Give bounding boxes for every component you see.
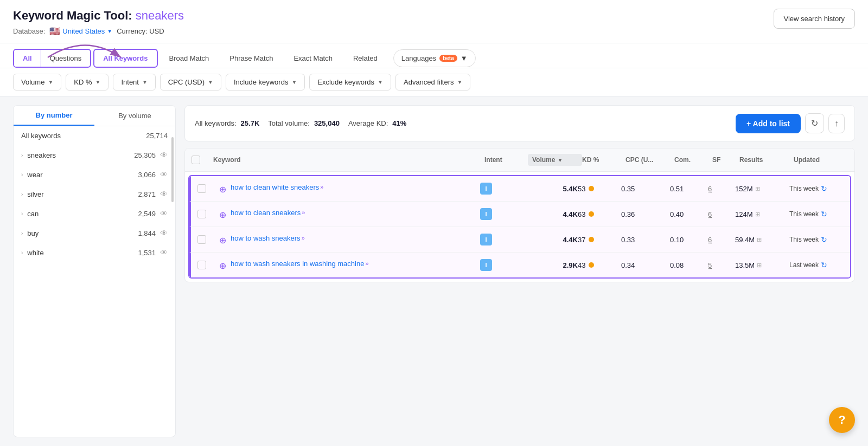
eye-icon[interactable]: 👁 — [160, 229, 168, 237]
cpc-cell: 0.34 — [621, 261, 670, 269]
refresh-icon[interactable]: ↻ — [821, 184, 827, 193]
filter-include-keywords[interactable]: Include keywords ▼ — [226, 74, 305, 91]
add-keyword-icon[interactable]: ⊕ — [219, 235, 226, 245]
updated-cell: This week ↻ — [789, 235, 844, 244]
export-button[interactable]: ↑ — [828, 114, 845, 133]
database-selector[interactable]: 🇺🇸 United States ▼ — [49, 26, 112, 36]
page-title: Keyword Magic Tool: sneakers — [13, 9, 184, 23]
tab-all[interactable]: All — [14, 50, 41, 67]
filter-intent[interactable]: Intent ▼ — [113, 74, 155, 91]
select-all-checkbox[interactable] — [192, 156, 213, 164]
list-item[interactable]: › white 1,531 👁 — [14, 243, 175, 262]
tab-questions[interactable]: Questions — [41, 50, 91, 67]
filter-exclude-keywords[interactable]: Exclude keywords ▼ — [309, 74, 391, 91]
tab-exact-match[interactable]: Exact Match — [284, 49, 342, 67]
add-keyword-icon[interactable]: ⊕ — [219, 184, 226, 195]
sidebar-tab-by-number[interactable]: By number — [14, 106, 94, 126]
flag-icon: 🇺🇸 — [49, 26, 60, 36]
chevron-right-icon: › — [21, 191, 23, 197]
row-checkbox[interactable] — [197, 261, 219, 269]
col-header-com: Com. — [674, 156, 712, 164]
sidebar-keyword-label: buy — [27, 229, 39, 237]
sidebar-item-right: 1,531 👁 — [138, 248, 168, 257]
sidebar-keyword-label: white — [27, 249, 43, 257]
help-button[interactable]: ? — [829, 407, 855, 433]
col-header-volume[interactable]: Volume ▼ — [528, 154, 582, 166]
filter-advanced-label: Advanced filters — [404, 78, 454, 86]
eye-icon[interactable]: 👁 — [160, 170, 168, 179]
filter-cpc[interactable]: CPC (USD) ▼ — [160, 74, 221, 91]
row-checkbox[interactable] — [197, 235, 219, 244]
sidebar-keyword-count: 1,531 — [138, 249, 156, 257]
keyword-link[interactable]: how to clean white sneakers » — [231, 183, 323, 191]
languages-label: Languages — [401, 54, 436, 62]
eye-icon[interactable]: 👁 — [160, 190, 168, 198]
table-header-row: Keyword Intent Volume ▼ KD % CPC (U... C… — [185, 148, 854, 172]
refresh-icon[interactable]: ↻ — [821, 235, 827, 244]
sf-cell[interactable]: 6 — [708, 185, 735, 193]
tab-languages[interactable]: Languages beta ▼ — [393, 49, 476, 67]
table-rows-container: ⊕ how to clean white sneakers » I 5.4K 5… — [189, 176, 850, 277]
filter-advanced[interactable]: Advanced filters ▼ — [395, 74, 470, 91]
volume-cell: 4.4K — [524, 210, 578, 218]
summary-kd-label: Average KD: — [348, 119, 388, 127]
row-checkbox[interactable] — [197, 210, 219, 218]
sidebar-all-keywords-row: All keywords 25,714 — [14, 126, 175, 145]
tab-related[interactable]: Related — [344, 49, 387, 67]
keyword-link[interactable]: how to wash sneakers in washing machine … — [231, 260, 369, 268]
keyword-cell: ⊕ how to clean white sneakers » — [219, 183, 480, 195]
keyword-sidebar: By number By volume All keywords 25,714 … — [13, 105, 176, 437]
kd-indicator-icon — [589, 211, 594, 217]
sf-cell[interactable]: 6 — [708, 210, 735, 218]
summary-volume-count: 325,040 — [314, 119, 340, 127]
sf-cell[interactable]: 6 — [708, 236, 735, 244]
tabs-row: All Questions All Keywords Broad Match P… — [0, 43, 868, 68]
summary-all-label: All keywords: — [195, 119, 237, 127]
add-keyword-icon[interactable]: ⊕ — [219, 261, 226, 271]
col-header-cpc: CPC (U... — [626, 156, 674, 164]
export-icon: ↑ — [834, 119, 839, 128]
tab-all-keywords[interactable]: All Keywords — [93, 49, 157, 68]
intent-badge: I — [480, 208, 492, 220]
scrollbar[interactable] — [171, 137, 174, 202]
sidebar-item-left: › white — [21, 249, 44, 257]
list-item[interactable]: › wear 3,066 👁 — [14, 165, 175, 184]
database-name: United States — [62, 27, 105, 35]
keyword-link[interactable]: how to clean sneakers » — [231, 209, 305, 217]
list-item[interactable]: › can 2,549 👁 — [14, 204, 175, 223]
chevron-down-icon: ▼ — [461, 54, 468, 62]
filter-volume[interactable]: Volume ▼ — [13, 74, 61, 91]
keyword-link[interactable]: how to wash sneakers » — [231, 234, 305, 242]
sf-cell[interactable]: 5 — [708, 261, 735, 269]
add-keyword-icon[interactable]: ⊕ — [219, 210, 226, 220]
row-checkbox[interactable] — [197, 184, 219, 193]
filters-row: Volume ▼ KD % ▼ Intent ▼ CPC (USD) ▼ Inc… — [0, 68, 868, 96]
filter-include-label: Include keywords — [234, 78, 288, 86]
kd-cell: 43 — [578, 261, 621, 269]
summary-bar: All keywords: 25.7K Total volume: 325,04… — [184, 105, 855, 141]
list-item[interactable]: › buy 1,844 👁 — [14, 223, 175, 243]
filter-kd[interactable]: KD % ▼ — [66, 74, 108, 91]
refresh-icon[interactable]: ↻ — [821, 261, 827, 269]
add-to-list-button[interactable]: + Add to list — [736, 114, 801, 133]
eye-icon[interactable]: 👁 — [160, 248, 168, 257]
sidebar-tab-by-volume[interactable]: By volume — [94, 106, 175, 126]
refresh-button[interactable]: ↻ — [805, 113, 824, 133]
eye-icon[interactable]: 👁 — [160, 209, 168, 218]
col-header-updated: Updated — [794, 156, 848, 164]
refresh-icon[interactable]: ↻ — [821, 210, 827, 218]
updated-cell: This week ↻ — [789, 184, 844, 193]
chevron-down-icon: ▼ — [95, 79, 101, 85]
volume-cell: 4.4K — [524, 236, 578, 244]
view-search-history-button[interactable]: View search history — [774, 9, 855, 29]
intent-cell: I — [480, 208, 524, 220]
sidebar-item-right: 3,066 👁 — [138, 170, 168, 179]
list-item[interactable]: › silver 2,871 👁 — [14, 184, 175, 204]
chevron-right-icon: › — [21, 230, 23, 236]
tab-broad-match[interactable]: Broad Match — [160, 49, 219, 67]
title-keyword: sneakers — [136, 9, 184, 22]
tab-phrase-match[interactable]: Phrase Match — [220, 49, 282, 67]
sidebar-keyword-label: wear — [27, 171, 42, 179]
list-item[interactable]: › sneakers 25,305 👁 — [14, 145, 175, 165]
eye-icon[interactable]: 👁 — [160, 151, 168, 159]
